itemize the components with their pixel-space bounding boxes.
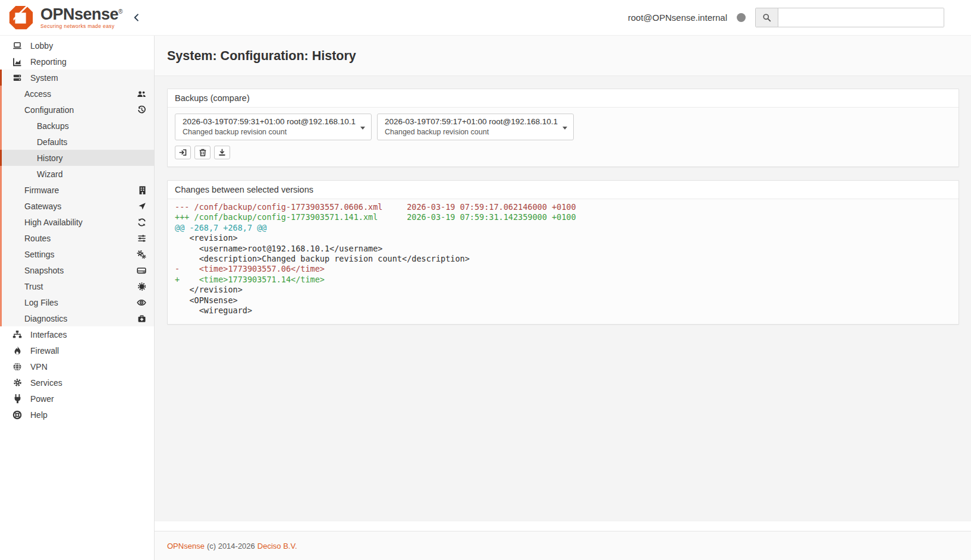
plug-icon [12, 394, 23, 404]
building-icon [139, 185, 146, 194]
refresh-icon [137, 218, 146, 226]
sidebar-item-firmware[interactable]: Firmware [0, 182, 154, 198]
sidebar-item-reporting[interactable]: Reporting [0, 54, 154, 70]
status-indicator-dot [737, 13, 746, 22]
backup-b-description: Changed backup revision count [385, 128, 558, 136]
backup-select-a[interactable]: 2026-03-19T07:59:31+01:00 root@192.168.1… [175, 114, 372, 140]
sidebar-item-backups[interactable]: Backups [0, 118, 154, 134]
backup-select-b[interactable]: 2026-03-19T07:59:17+01:00 root@192.168.1… [377, 114, 574, 140]
global-search [755, 8, 944, 27]
footer-opnsense-link[interactable]: OPNsense [167, 542, 205, 550]
sidebar-item-configuration[interactable]: Configuration [0, 102, 154, 118]
sidebar-item-label: Snapshots [24, 266, 64, 275]
sidebar-item-label: History [37, 153, 63, 163]
sidebar-item-firewall[interactable]: Firewall [0, 342, 154, 358]
sidebar-item-label: Settings [24, 250, 55, 259]
collapse-sidebar-icon[interactable] [132, 12, 141, 23]
sidebar-item-label: Reporting [30, 57, 67, 67]
history-icon [137, 105, 146, 114]
hdd-icon [137, 266, 146, 275]
backups-panel-title: Backups (compare) [168, 89, 959, 108]
logged-in-user[interactable]: root@OPNsense.internal [628, 12, 727, 23]
life-ring-icon [12, 410, 23, 420]
diff-panel: Changes between selected versions --- /c… [167, 180, 959, 325]
sidebar-item-label: High Availability [24, 218, 83, 227]
sidebar-item-history[interactable]: History [0, 150, 154, 166]
sidebar-item-label: Log Files [24, 298, 58, 307]
sidebar-item-label: Firmware [24, 185, 59, 195]
diff-line: <username>root@192.168.10.1</username> [175, 244, 951, 254]
opnsense-logo[interactable]: OPNsense® Securing networks made easy [7, 4, 122, 32]
sitemap-icon [12, 330, 23, 339]
restore-backup-button[interactable] [175, 146, 191, 159]
footer-deciso-link[interactable]: Deciso B.V. [257, 542, 297, 550]
download-icon [218, 149, 226, 156]
search-icon [756, 8, 778, 27]
sidebar-item-interfaces[interactable]: Interfaces [0, 326, 154, 342]
sidebar-item-label: VPN [30, 362, 48, 372]
sidebar-item-label: Power [30, 394, 54, 404]
sidebar-item-vpn[interactable]: VPN [0, 358, 154, 375]
globe-icon [12, 362, 23, 372]
page-title: System: Configuration: History [167, 49, 959, 64]
sidebar-item-access[interactable]: Access [0, 86, 154, 102]
diff-line: <wireguard> [175, 306, 951, 316]
sidebar-item-log-files[interactable]: Log Files [0, 294, 154, 310]
backups-compare-panel: Backups (compare) 2026-03-19T07:59:31+01… [167, 89, 959, 167]
sidebar-item-diagnostics[interactable]: Diagnostics [0, 310, 154, 326]
fire-icon [12, 346, 23, 355]
sidebar-item-label: Routes [24, 234, 51, 243]
gears-icon [137, 250, 146, 259]
sidebar-item-label: Wizard [37, 169, 63, 179]
sidebar-item-label: System [30, 73, 58, 83]
delete-backup-button[interactable] [194, 146, 210, 159]
sidebar-item-label: Firewall [30, 346, 59, 355]
sidebar-item-high-availability[interactable]: High Availability [0, 214, 154, 230]
opnsense-logo-icon [7, 4, 34, 32]
sidebar-item-settings[interactable]: Settings [0, 246, 154, 262]
diff-line: <OPNsense> [175, 295, 951, 306]
sidebar-item-label: Diagnostics [24, 314, 67, 323]
eye-icon [137, 298, 146, 306]
diff-line: </revision> [175, 285, 951, 295]
laptop-icon [12, 41, 23, 51]
footer-copyright: (c) 2014-2026 [207, 542, 255, 550]
backup-b-timestamp: 2026-03-19T07:59:17+01:00 root@192.168.1… [385, 117, 558, 126]
sidebar-item-label: Defaults [37, 137, 67, 147]
caret-down-icon [563, 127, 567, 130]
sidebar-item-snapshots[interactable]: Snapshots [0, 262, 154, 278]
download-backup-button[interactable] [214, 146, 230, 159]
search-input[interactable] [778, 8, 944, 27]
backup-a-timestamp: 2026-03-19T07:59:31+01:00 root@192.168.1… [183, 117, 356, 126]
sidebar-item-trust[interactable]: Trust [0, 278, 154, 294]
sidebar-item-help[interactable]: Help [0, 407, 154, 423]
sidebar-item-defaults[interactable]: Defaults [0, 134, 154, 150]
sidebar-item-label: Configuration [24, 105, 74, 115]
diff-line: @@ -268,7 +268,7 @@ [175, 223, 951, 233]
sidebar-item-label: Gateways [24, 202, 61, 211]
diff-line: <revision> [175, 233, 951, 243]
diff-output: --- /conf/backup/config-1773903557.0606.… [168, 199, 959, 324]
sidebar-item-lobby[interactable]: Lobby [0, 37, 154, 54]
diff-line: --- /conf/backup/config-1773903557.0606.… [175, 202, 951, 212]
certificate-icon [137, 282, 146, 291]
sidebar-item-label: Services [30, 378, 62, 388]
diff-panel-title: Changes between selected versions [168, 181, 959, 199]
sidebar-item-wizard[interactable]: Wizard [0, 166, 154, 182]
diff-line: - <time>1773903557.06</time> [175, 264, 951, 274]
sidebar-item-power[interactable]: Power [0, 391, 154, 407]
page-title-bar: System: Configuration: History [155, 36, 971, 76]
caret-down-icon [360, 127, 365, 130]
sidebar-item-label: Lobby [30, 41, 53, 51]
sidebar-item-label: Access [24, 89, 51, 99]
backup-a-description: Changed backup revision count [183, 128, 356, 136]
diff-line: +++ /conf/backup/config-1773903571.141.x… [175, 212, 951, 222]
medkit-icon [137, 314, 146, 323]
diff-line: <description>Changed backup revision cou… [175, 254, 951, 264]
restore-icon [179, 149, 187, 156]
sidebar-item-gateways[interactable]: Gateways [0, 198, 154, 214]
sidebar-item-services[interactable]: Services [0, 375, 154, 391]
sidebar-item-label: Interfaces [30, 330, 67, 339]
sidebar-item-routes[interactable]: Routes [0, 230, 154, 246]
sidebar-item-system[interactable]: System [0, 70, 154, 86]
